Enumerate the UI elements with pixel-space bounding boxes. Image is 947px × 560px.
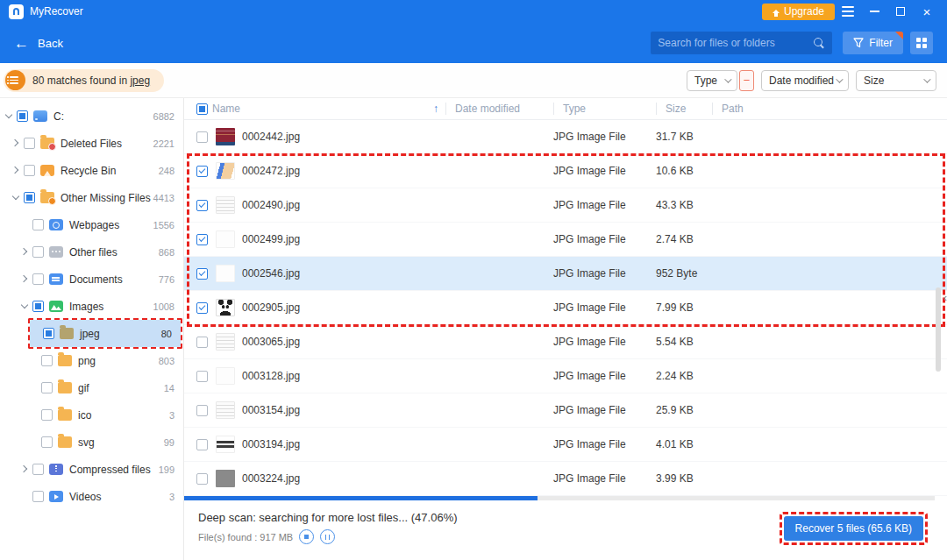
- table-row[interactable]: 0002490.jpg JPG Image File 43.3 KB: [184, 188, 947, 223]
- tree-chevron-icon[interactable]: [21, 465, 29, 473]
- table-row[interactable]: 0003128.jpg JPG Image File 2.24 KB: [184, 359, 947, 393]
- tree-chevron-icon[interactable]: [21, 275, 29, 283]
- size-filter-dropdown[interactable]: Size: [856, 70, 936, 91]
- tree-checkbox[interactable]: [41, 436, 53, 448]
- table-row[interactable]: 0002499.jpg JPG Image File 2.74 KB: [184, 223, 947, 257]
- tree-chevron-icon[interactable]: [21, 493, 29, 500]
- pause-scan-button[interactable]: [320, 529, 335, 544]
- tree-chevron-icon[interactable]: [30, 438, 38, 446]
- row-checkbox[interactable]: [196, 302, 208, 314]
- tree-chevron-icon[interactable]: [30, 384, 38, 392]
- tree-chevron-icon[interactable]: [30, 411, 38, 419]
- date-modified-filter-dropdown[interactable]: Date modified: [761, 70, 849, 91]
- back-button[interactable]: ← Back: [14, 36, 63, 51]
- view-grid-button[interactable]: [910, 32, 933, 54]
- tree-checkbox[interactable]: [32, 246, 44, 258]
- table-row[interactable]: 0002905.jpg JPG Image File 7.99 KB: [184, 291, 947, 325]
- tree-chevron-icon[interactable]: [21, 221, 29, 229]
- tree-chevron-icon[interactable]: [12, 139, 20, 147]
- sidebar-item-gif[interactable]: gif 14: [0, 374, 183, 401]
- sidebar-item-recycle-bin[interactable]: Recycle Bin 248: [0, 157, 183, 184]
- tree-chevron-icon[interactable]: [32, 330, 39, 337]
- tree-checkbox[interactable]: [32, 491, 44, 502]
- sidebar-item-c-[interactable]: C: 6882: [0, 103, 183, 130]
- tree-checkbox[interactable]: [41, 355, 53, 366]
- minimize-button[interactable]: [861, 2, 887, 21]
- tree-checkbox[interactable]: [43, 328, 54, 339]
- folder-missing-icon: [40, 192, 54, 203]
- sidebar-item-documents[interactable]: Documents 776: [0, 266, 183, 293]
- row-checkbox[interactable]: [196, 371, 208, 382]
- sidebar-item-jpeg[interactable]: jpeg 80: [30, 320, 181, 347]
- tree-chevron-icon[interactable]: [30, 357, 38, 365]
- recover-files-button[interactable]: Recover 5 files (65.6 KB): [784, 516, 923, 541]
- sidebar-item-ico[interactable]: ico 3: [0, 401, 183, 429]
- row-checkbox[interactable]: [196, 473, 208, 485]
- stop-scan-button[interactable]: [299, 529, 314, 544]
- tree-checkbox[interactable]: [32, 301, 44, 312]
- table-row[interactable]: 0003194.jpg JPG Image File 4.01 KB: [184, 428, 947, 462]
- row-checkbox[interactable]: [196, 166, 208, 177]
- table-row[interactable]: 0003154.jpg JPG Image File 25.9 KB: [184, 393, 947, 428]
- row-checkbox[interactable]: [196, 131, 208, 143]
- file-type: JPG Image File: [553, 301, 656, 314]
- tree-chevron-icon[interactable]: [21, 302, 29, 310]
- column-header-path[interactable]: Path: [712, 103, 947, 115]
- maximize-button[interactable]: [887, 2, 914, 21]
- matches-folder-link[interactable]: jpeg: [130, 74, 150, 87]
- tree-checkbox[interactable]: [24, 138, 35, 149]
- row-checkbox[interactable]: [196, 268, 208, 280]
- sidebar-item-svg[interactable]: svg 99: [0, 429, 183, 456]
- tree-chevron-icon[interactable]: [12, 194, 20, 202]
- close-button[interactable]: ×: [914, 2, 940, 21]
- upgrade-button[interactable]: Upgrade: [762, 4, 835, 20]
- table-row[interactable]: 0002472.jpg JPG Image File 10.6 KB: [184, 154, 947, 188]
- menu-button[interactable]: [835, 2, 861, 21]
- table-row[interactable]: 0002546.jpg JPG Image File 952 Byte: [184, 257, 947, 291]
- tree-item-label: Recycle Bin: [61, 165, 159, 177]
- table-row[interactable]: 0002442.jpg JPG Image File 31.7 KB: [184, 120, 947, 154]
- row-checkbox[interactable]: [196, 234, 208, 245]
- row-checkbox[interactable]: [196, 200, 208, 211]
- column-header-name[interactable]: Name: [212, 103, 240, 115]
- sidebar-item-videos[interactable]: Videos 3: [0, 483, 183, 510]
- tree-chevron-icon[interactable]: [5, 112, 13, 120]
- row-checkbox[interactable]: [196, 405, 208, 416]
- search-box[interactable]: [651, 32, 832, 54]
- tree-checkbox[interactable]: [32, 464, 44, 475]
- sidebar-item-webpages[interactable]: Webpages 1556: [0, 211, 183, 238]
- sidebar-item-other-files[interactable]: Other files 868: [0, 238, 183, 266]
- tree-checkbox[interactable]: [32, 273, 44, 285]
- search-input[interactable]: [658, 37, 814, 49]
- table-row[interactable]: 0003065.jpg JPG Image File 5.54 KB: [184, 325, 947, 359]
- sidebar-item-images[interactable]: Images 1008: [0, 293, 183, 320]
- row-checkbox[interactable]: [196, 439, 208, 450]
- tree-checkbox[interactable]: [24, 192, 35, 203]
- tree-checkbox[interactable]: [24, 165, 35, 176]
- type-filter-dropdown[interactable]: Type: [687, 70, 737, 91]
- row-checkbox[interactable]: [196, 337, 208, 348]
- select-all-checkbox[interactable]: [196, 103, 208, 115]
- file-type: JPG Image File: [553, 233, 656, 245]
- vertical-scrollbar[interactable]: [936, 287, 941, 372]
- collapse-panel-handle[interactable]: ‹: [943, 291, 947, 304]
- tree-checkbox[interactable]: [32, 219, 44, 230]
- tree-checkbox[interactable]: [41, 382, 53, 393]
- column-header-size[interactable]: Size: [656, 103, 712, 115]
- filter-button[interactable]: Filter: [843, 32, 903, 54]
- table-row[interactable]: 0003224.jpg JPG Image File 3.99 KB: [184, 462, 947, 496]
- tree-checkbox[interactable]: [41, 409, 53, 421]
- sidebar-item-deleted-files[interactable]: Deleted Files 2221: [0, 130, 183, 157]
- tree-chevron-icon[interactable]: [12, 167, 20, 174]
- sort-ascending-icon[interactable]: ↑: [433, 103, 438, 115]
- column-header-date-modified[interactable]: Date modified: [445, 103, 553, 115]
- tree-checkbox[interactable]: [17, 110, 28, 122]
- tree-chevron-icon[interactable]: [21, 248, 29, 256]
- sidebar-item-compressed-files[interactable]: Compressed files 199: [0, 456, 183, 483]
- remove-type-filter-button[interactable]: −: [739, 70, 754, 91]
- sidebar-item-png[interactable]: png 803: [0, 347, 183, 374]
- column-header-type[interactable]: Type: [553, 103, 656, 115]
- tree-item-count: 99: [164, 437, 183, 448]
- folder-icon: [58, 355, 72, 366]
- sidebar-item-other-missing-files[interactable]: Other Missing Files 4413: [0, 184, 183, 211]
